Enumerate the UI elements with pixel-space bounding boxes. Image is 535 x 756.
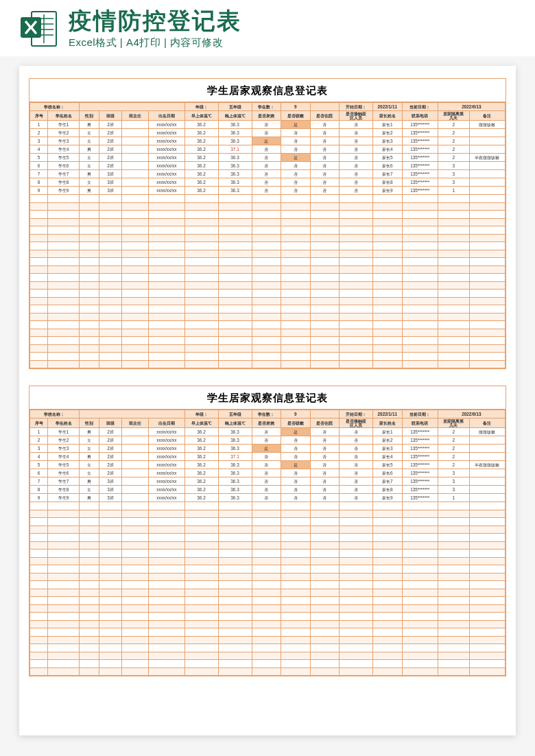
- cell: 学生6: [48, 162, 80, 170]
- cell: 36.2: [185, 461, 218, 469]
- cell: 36.2: [185, 154, 218, 162]
- cell: 135*******: [402, 121, 438, 129]
- empty-row: [30, 589, 506, 597]
- cell: 否: [281, 145, 310, 154]
- cell: 否: [281, 187, 310, 195]
- empty-row: [30, 620, 506, 628]
- cell: 36.3: [218, 461, 252, 469]
- table-row: 5学生5女2班xxxx/xx/xx36.236.3否是否否家长5135*****…: [30, 154, 506, 162]
- cell: 是: [281, 121, 310, 129]
- cell: [469, 469, 505, 477]
- cell: 否: [310, 494, 339, 502]
- cell: 36.3: [218, 137, 252, 145]
- cell: [121, 494, 148, 502]
- empty-row: [30, 644, 506, 652]
- cell: 6: [30, 162, 48, 170]
- table-row: 9学生9男3班xxxx/xx/xx36.236.3否否否否家长9135*****…: [30, 187, 506, 195]
- column-header: 是否接触疫区人员: [340, 418, 373, 428]
- table-row: 3学生3女2班xxxx/xx/xx36.236.3是否否否家长3135*****…: [30, 445, 506, 453]
- empty-row: [30, 550, 506, 558]
- cell: 学生6: [48, 469, 80, 477]
- cell: 135*******: [402, 486, 438, 494]
- cell: 否: [281, 162, 310, 170]
- cell: xxxx/xx/xx: [149, 469, 185, 477]
- cell: 2班: [99, 129, 122, 137]
- info-cell: 年级：: [185, 410, 218, 418]
- cell: 135*******: [402, 469, 438, 477]
- column-header: 早上体温℃: [185, 111, 218, 121]
- column-header: 居家隔离第几天: [438, 111, 469, 121]
- cell: 否: [340, 453, 373, 461]
- cell: 36.2: [185, 445, 218, 453]
- column-header: 晚上体温℃: [218, 418, 252, 428]
- cell: 家长7: [373, 477, 402, 486]
- cell: 否: [252, 129, 281, 137]
- cell: 否: [310, 154, 339, 162]
- cell: 女: [79, 178, 99, 187]
- empty-row: [30, 281, 506, 290]
- column-header: 晚上体温℃: [218, 111, 252, 121]
- cell: [469, 137, 505, 145]
- cell: 半夜微微咳嗽: [469, 154, 505, 162]
- column-header: 早上体温℃: [185, 418, 218, 428]
- cell: 36.3: [218, 154, 252, 162]
- empty-row: [30, 313, 506, 321]
- cell: 否: [340, 162, 373, 170]
- cell: 135*******: [402, 129, 438, 137]
- cell: 否: [340, 145, 373, 154]
- cell: 家长1: [373, 428, 402, 436]
- empty-row: [30, 660, 506, 668]
- table-row: 6学生6女2班xxxx/xx/xx36.236.3否否否否家长6135*****…: [30, 162, 506, 170]
- cell: 2: [438, 445, 469, 453]
- info-cell: 学校名称：: [30, 103, 80, 111]
- cell: 女: [79, 129, 99, 137]
- cell: xxxx/xx/xx: [149, 486, 185, 494]
- cell: [469, 494, 505, 502]
- cell: 3班: [99, 494, 122, 502]
- cell: 否: [281, 436, 310, 445]
- spreadsheet-table-1: 学生居家观察信息登记表学校名称：年级：五年级学生数：9开始日期：2022/1/1…: [29, 78, 506, 369]
- info-cell: 9: [281, 410, 310, 418]
- cell: [121, 461, 148, 469]
- column-header: 是否咳嗽: [281, 111, 310, 121]
- info-cell: [79, 103, 185, 111]
- cell: 3班: [99, 187, 122, 195]
- cell: 否: [281, 494, 310, 502]
- cell: 男: [79, 428, 99, 436]
- cell: 135*******: [402, 436, 438, 445]
- info-cell: 学生数：: [252, 103, 281, 111]
- cell: xxxx/xx/xx: [149, 461, 185, 469]
- column-header: 备注: [469, 418, 505, 428]
- cell: 家长2: [373, 436, 402, 445]
- cell: 否: [252, 428, 281, 436]
- cell: [121, 187, 148, 195]
- cell: [121, 129, 148, 137]
- info-cell: [310, 410, 339, 418]
- cell: xxxx/xx/xx: [149, 121, 185, 129]
- cell: 36.3: [218, 494, 252, 502]
- cell: 3班: [99, 178, 122, 187]
- cell: 家长7: [373, 170, 402, 178]
- cell: 否: [252, 154, 281, 162]
- cell: 2班: [99, 461, 122, 469]
- cell: 否: [281, 477, 310, 486]
- cell: 否: [340, 445, 373, 453]
- cell: 3: [30, 137, 48, 145]
- cell: 36.2: [185, 428, 218, 436]
- column-header: 是否住院: [310, 418, 339, 428]
- cell: 女: [79, 154, 99, 162]
- cell: 否: [340, 170, 373, 178]
- cell: xxxx/xx/xx: [149, 494, 185, 502]
- cell: 学生8: [48, 178, 80, 187]
- info-cell: 当前日期：: [402, 103, 438, 111]
- empty-row: [30, 297, 506, 305]
- cell: 家长8: [373, 486, 402, 494]
- cell: 36.2: [185, 137, 218, 145]
- empty-row: [30, 557, 506, 565]
- cell: 否: [340, 461, 373, 469]
- cell: 否: [310, 162, 339, 170]
- cell: 家长9: [373, 494, 402, 502]
- column-header: 序号: [30, 418, 48, 428]
- cell: 2: [438, 461, 469, 469]
- cell: 家长5: [373, 154, 402, 162]
